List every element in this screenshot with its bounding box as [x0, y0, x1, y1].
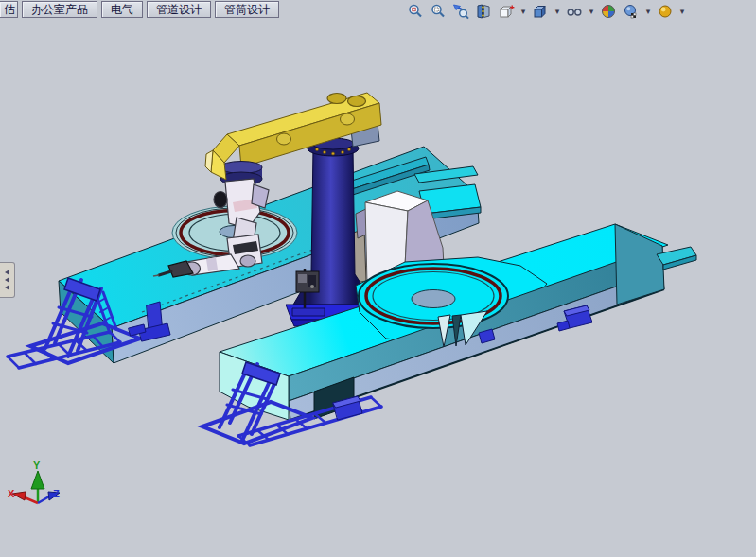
apply-scene-icon[interactable] [622, 2, 641, 20]
hide-show-items-icon[interactable] [565, 2, 584, 20]
display-style-icon[interactable] [531, 2, 550, 20]
triad-y-label: Y [33, 460, 41, 471]
tab-evaluate-partial[interactable]: 估 [0, 1, 18, 18]
view-orientation-icon[interactable] [497, 2, 516, 20]
section-view-icon[interactable] [474, 2, 493, 20]
slewing-ring-disc[interactable] [359, 264, 508, 328]
panel-flyout-button[interactable] [0, 262, 15, 298]
tab-piping-design[interactable]: 管道设计 [147, 1, 211, 18]
view-settings-icon[interactable] [656, 2, 675, 20]
zoom-to-fit-icon[interactable] [406, 2, 425, 20]
apply-scene-dropdown[interactable]: ▾ [644, 7, 652, 16]
triad-z-label: Z [53, 488, 60, 499]
origin-triad: Y X Z [8, 460, 60, 503]
view-settings-dropdown[interactable]: ▾ [678, 7, 686, 16]
previous-view-icon[interactable] [451, 2, 470, 20]
graphics-viewport[interactable]: Y X Z [0, 0, 756, 557]
triad-x-label: X [8, 488, 15, 499]
heads-up-toolbar: ▾ ▾ ▾ ▾ ▾ [406, 2, 686, 20]
flyout-left-arrow-icon [5, 277, 9, 283]
tab-tubing-design[interactable]: 管筒设计 [215, 1, 279, 18]
hide-show-items-dropdown[interactable]: ▾ [588, 7, 595, 16]
display-style-dropdown[interactable]: ▾ [554, 7, 561, 16]
command-tab-bar: 估 办公室产品 电气 管道设计 管筒设计 [0, 1, 279, 18]
robot-boom [227, 93, 381, 167]
flyout-left-arrow-icon [5, 285, 9, 290]
edit-appearance-icon[interactable] [599, 2, 618, 20]
tab-office-products[interactable]: 办公室产品 [22, 1, 97, 18]
view-orientation-dropdown[interactable]: ▾ [519, 7, 527, 16]
zoom-to-area-icon[interactable] [429, 2, 448, 20]
tab-electrical[interactable]: 电气 [101, 1, 143, 18]
flyout-left-arrow-icon [5, 270, 9, 275]
